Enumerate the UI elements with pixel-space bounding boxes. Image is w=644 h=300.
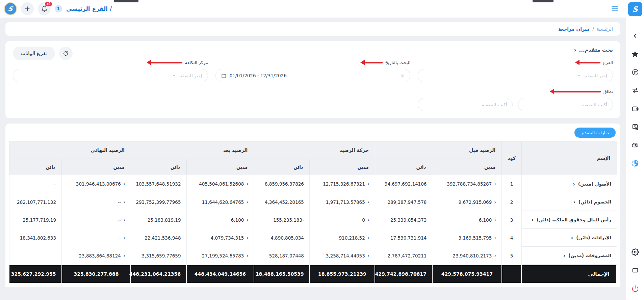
account-name-cell[interactable]: المصروفات (مدين)‹ xyxy=(522,247,617,265)
amount-value: 528,187.07448 xyxy=(269,253,304,258)
sidebar-logo[interactable]: S xyxy=(628,2,642,16)
sidebar-logo-letter: S xyxy=(633,5,638,13)
totals-value-cell: 325,830,277.888 xyxy=(62,265,131,283)
range-to-input[interactable] xyxy=(418,98,513,111)
debit-value-cell[interactable]: 0› xyxy=(309,211,375,229)
export-options-button[interactable]: خيارات التصدير xyxy=(574,128,616,138)
debit-value-cell[interactable]: 6,100› xyxy=(186,211,254,229)
debit-value-cell[interactable]: --› xyxy=(62,193,131,211)
account-name-cell[interactable]: الأصول (مدين)‹ xyxy=(522,175,617,193)
branch-label: الفرع xyxy=(603,60,613,65)
account-name: الأصول (مدين) xyxy=(578,181,611,187)
debit-value-cell[interactable]: 392,788,734.85287› xyxy=(432,175,502,193)
table-row: الإيرادات (دائن)‹43,169,515.795›17,530,7… xyxy=(9,229,617,247)
credit-value-cell: 293,752,399.77965 xyxy=(131,193,186,211)
amount-value: 25,183,819.19 xyxy=(148,217,181,223)
range-filter-field: نطاق xyxy=(418,87,613,111)
amount-value: 25,177,719.19 xyxy=(23,217,56,223)
branch-title[interactable]: الفرع الرئيسي / xyxy=(66,5,112,12)
star-icon xyxy=(631,50,639,58)
collapse-sidebar-button[interactable] xyxy=(628,29,642,43)
debit-value-cell[interactable]: 3,169,515.795› xyxy=(432,229,502,247)
table-row: رأس المال وحقوق الملكية (دائن)‹36,100›25… xyxy=(9,211,617,229)
menu-button[interactable] xyxy=(611,5,619,13)
table-row: الأصول (مدين)‹1392,788,734.85287›94,697,… xyxy=(9,175,617,193)
debit-value-cell[interactable]: --› xyxy=(62,229,131,247)
debit-value-cell[interactable]: 301,946,413.00676› xyxy=(62,175,131,193)
amount-value: 6,100 xyxy=(231,217,244,223)
debit-value-cell[interactable]: 9,672,915.069› xyxy=(432,193,502,211)
account-code-cell: 4 xyxy=(502,229,522,247)
wallet-button[interactable] xyxy=(628,102,642,115)
credit-value-cell: 94,697,692.14106 xyxy=(375,175,432,193)
reports-button[interactable] xyxy=(628,157,642,170)
range-from-input[interactable] xyxy=(518,98,613,111)
account-name-cell[interactable]: رأس المال وحقوق الملكية (دائن)‹ xyxy=(522,211,617,229)
totals-value-cell: 325,627,292.955 xyxy=(9,265,62,283)
notifications-button[interactable]: +9 xyxy=(38,2,51,15)
debit-value-cell[interactable]: 23,883,864.88124› xyxy=(62,247,131,265)
debit-value-cell[interactable]: 405,504,061.52608› xyxy=(186,175,254,193)
date-range-input[interactable]: 01/01/2026 - 12/31/2026 × xyxy=(215,69,411,82)
amount-value: -- xyxy=(53,181,56,187)
transactions-button[interactable] xyxy=(628,84,642,97)
return-invoice-icon xyxy=(632,123,639,131)
totals-value-cell: 429,742,898.70817 xyxy=(375,265,432,283)
debit-value-cell[interactable]: --› xyxy=(62,211,131,229)
amount-value: -- xyxy=(118,199,121,205)
account-code-cell: 2 xyxy=(502,193,522,211)
navbar-left-group: S +9 1 الفرع الرئيسي / xyxy=(4,2,112,15)
debit-value-cell[interactable]: 4,079,734.315› xyxy=(186,229,254,247)
credit-value-cell: 8,859,956.37826 xyxy=(254,175,310,193)
totals-value-cell: 18,488,165.50539 xyxy=(254,265,310,283)
debit-value-cell[interactable]: 3,258,714.44053› xyxy=(309,247,375,265)
debit-value-cell[interactable]: 11,644,628.64765› xyxy=(186,193,254,211)
date-filter-field: البحث بالتاريخ 01/01/2026 - 12/31/2026 × xyxy=(215,58,411,82)
drill-down-chevron-icon: ‹ xyxy=(563,252,566,259)
amount-value: 25,339,054.373 xyxy=(390,217,427,223)
drill-down-chevron-icon: › xyxy=(367,199,369,205)
drill-down-chevron-icon: › xyxy=(123,217,125,223)
credit-value-cell: 4,364,452.20165 xyxy=(254,193,310,211)
settings-button[interactable] xyxy=(628,245,642,259)
debit-value-cell[interactable]: 23,940,810.2173› xyxy=(432,247,502,265)
credit-value-cell: 25,177,719.19 xyxy=(9,211,62,229)
amount-value: 11,644,628.64765 xyxy=(202,199,244,205)
cost-center-select[interactable]: إختر للتصفية xyxy=(13,69,208,82)
credit-value-cell: 103,557,648.51932 xyxy=(131,175,186,193)
header-credit: دائن xyxy=(9,159,62,175)
chevron-left-icon xyxy=(632,32,639,39)
credit-value-cell: 3,315,659.77659 xyxy=(131,247,186,265)
drill-down-chevron-icon: › xyxy=(246,253,248,259)
debit-value-cell[interactable]: 12,715,326.67321› xyxy=(309,175,375,193)
screen-button[interactable] xyxy=(628,264,642,277)
amount-value: 1,971,713.57865 xyxy=(326,199,365,205)
drill-down-chevron-icon: ‹ xyxy=(532,217,534,223)
account-name-cell[interactable]: الخصوم (دائن)‹ xyxy=(522,193,617,211)
favorites-button[interactable] xyxy=(628,47,642,61)
annotation-arrow xyxy=(553,91,601,92)
app-logo[interactable]: S xyxy=(4,2,17,15)
add-button[interactable] xyxy=(21,2,34,15)
amount-value: 8,859,956.37826 xyxy=(265,181,304,187)
drill-down-chevron-icon: › xyxy=(494,253,496,259)
breadcrumb-home-link[interactable]: الرئيسية xyxy=(597,26,613,32)
logout-button[interactable] xyxy=(628,282,642,295)
account-name: المصروفات (مدين) xyxy=(568,253,611,258)
account-name-cell[interactable]: الإيرادات (دائن)‹ xyxy=(522,229,617,247)
credit-value-cell: 282,107,771.132 xyxy=(9,193,62,211)
date-range-value: 01/01/2026 - 12/31/2026 xyxy=(230,73,287,78)
amount-value: 23,883,864.88124 xyxy=(79,253,121,258)
screenshot-artifact xyxy=(533,0,553,2)
advanced-search-toggle[interactable]: بحث متقدم... ‹ xyxy=(574,47,613,53)
debit-value-cell[interactable]: 1,971,713.57865› xyxy=(309,193,375,211)
debit-value-cell[interactable]: 910,218.52› xyxy=(309,229,375,247)
explore-button[interactable] xyxy=(628,65,642,79)
branch-select[interactable]: إختر للتصفية xyxy=(418,69,613,82)
return-invoice-button[interactable] xyxy=(628,120,642,134)
work-hours-button[interactable] xyxy=(628,138,642,152)
drill-down-chevron-icon: › xyxy=(494,199,496,205)
clear-date-icon[interactable]: × xyxy=(400,73,405,79)
debit-value-cell[interactable]: 27,199,524.65783› xyxy=(186,247,254,265)
debit-value-cell[interactable]: 6,100› xyxy=(432,211,502,229)
